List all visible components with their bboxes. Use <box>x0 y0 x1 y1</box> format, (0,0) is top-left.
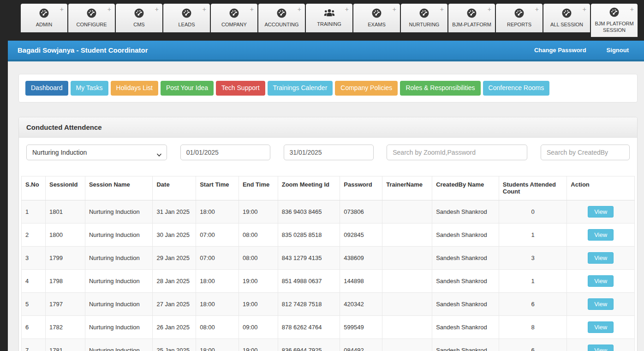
tachometer-icon <box>229 8 239 20</box>
nav-tab[interactable]: + <box>448 4 495 32</box>
view-button[interactable]: View <box>588 252 614 264</box>
nav-tab[interactable]: + <box>21 4 67 32</box>
nav-tab-label: ALL SESSION <box>549 22 585 28</box>
column-header: Zoom Meeting Id <box>278 176 340 200</box>
table-row: 6 1782 Nurturing Induction 26 Jan 2025 0… <box>22 315 635 339</box>
view-button[interactable]: View <box>588 206 614 218</box>
cell-date: 30 Jan 2025 <box>153 223 196 246</box>
quick-link-button[interactable]: Company Policies <box>335 81 398 96</box>
quick-link-button[interactable]: Post Your Idea <box>161 81 214 96</box>
view-button[interactable]: View <box>588 345 614 351</box>
date-to-input[interactable] <box>284 145 374 160</box>
cell-created-by: Sandesh Shankrod <box>432 315 499 339</box>
cell-sno: 2 <box>22 223 46 246</box>
column-header: TrainerName <box>382 176 432 200</box>
nav-tab[interactable]: + <box>211 4 257 32</box>
nav-tab-label: ADMIN <box>34 22 54 28</box>
plus-icon[interactable]: + <box>345 6 349 12</box>
cell-date: 25 Jan 2025 <box>153 339 196 351</box>
quick-link-button[interactable]: My Tasks <box>71 81 108 96</box>
nav-tab[interactable]: + <box>496 4 543 32</box>
nav-tab-label: CONFIGURE <box>75 22 109 28</box>
quick-link-button[interactable]: Roles & Responsibilities <box>400 81 480 96</box>
nav-tab[interactable]: + <box>591 4 638 37</box>
search-zoomid-input[interactable] <box>387 145 527 160</box>
cell-password: 084492 <box>340 339 382 351</box>
view-button[interactable]: View <box>588 298 614 310</box>
cell-end-time: 08:00 <box>239 223 278 246</box>
cell-created-by: Sandesh Shankrod <box>432 269 499 292</box>
column-header: CreatedBy Name <box>432 176 499 200</box>
cell-action: View <box>567 246 635 269</box>
cell-trainer <box>382 200 432 223</box>
nav-tab[interactable]: + <box>163 4 210 32</box>
cell-attended-count: 6 <box>499 292 567 315</box>
navbar-link[interactable]: Signout <box>607 47 629 54</box>
date-from-input[interactable] <box>180 145 270 160</box>
cell-zoom-id: 878 6262 4764 <box>278 315 340 339</box>
nav-tab-label: CMS <box>131 22 146 28</box>
plus-icon[interactable]: + <box>535 6 539 12</box>
plus-icon[interactable]: + <box>155 6 159 12</box>
cell-zoom-id: 835 0285 8518 <box>278 223 340 246</box>
plus-icon[interactable]: + <box>203 6 206 12</box>
nav-tab-label: COMPANY <box>220 22 249 28</box>
nav-tab[interactable]: + <box>543 4 590 32</box>
nav-tab-label: REPORTS <box>505 22 533 28</box>
cell-session-name: Nurturing Induction <box>85 246 153 269</box>
plus-icon[interactable]: + <box>298 6 301 12</box>
nav-tab[interactable]: + <box>68 4 115 32</box>
session-type-select[interactable]: Nurturing Induction <box>26 145 167 160</box>
cell-trainer <box>382 269 432 292</box>
view-button[interactable]: View <box>588 321 614 333</box>
cell-action: View <box>567 200 635 223</box>
cell-action: View <box>567 223 635 246</box>
nav-tab[interactable]: + <box>306 4 352 32</box>
search-createdby-input[interactable] <box>541 145 630 160</box>
users-icon <box>324 8 335 18</box>
quick-link-button[interactable]: Trainings Calender <box>268 81 333 96</box>
cell-session-id: 1782 <box>45 315 85 339</box>
view-button[interactable]: View <box>588 275 614 287</box>
cell-action: View <box>567 315 635 339</box>
plus-icon[interactable]: + <box>60 6 64 12</box>
cell-trainer <box>382 246 432 269</box>
quick-link-button[interactable]: Dashboard <box>25 81 68 96</box>
cell-password: 420342 <box>340 292 382 315</box>
table-row: 5 1797 Nurturing Induction 27 Jan 2025 1… <box>22 292 635 315</box>
cell-action: View <box>567 269 635 292</box>
cell-date: 29 Jan 2025 <box>153 246 196 269</box>
plus-icon[interactable]: + <box>440 6 444 12</box>
nav-tab-label: NURTURING <box>407 22 441 28</box>
nav-tab-label: BJM-PLATFORM <box>450 22 493 28</box>
cell-sno: 4 <box>22 269 46 292</box>
quick-link-button[interactable]: Holidays List <box>111 81 158 96</box>
cell-attended-count: 1 <box>499 223 567 246</box>
navbar-link[interactable]: Change Password <box>534 47 586 54</box>
plus-icon[interactable]: + <box>393 6 396 12</box>
cell-password: 599549 <box>340 315 382 339</box>
plus-icon[interactable]: + <box>583 6 586 12</box>
tachometer-icon <box>134 8 144 20</box>
cell-sno: 3 <box>22 246 46 269</box>
quick-link-button[interactable]: Tech Support <box>216 81 265 96</box>
nav-tab[interactable]: + <box>258 4 305 32</box>
cell-session-name: Nurturing Induction <box>85 223 153 246</box>
plus-icon[interactable]: + <box>630 6 634 12</box>
cell-end-time: 19:00 <box>239 200 278 223</box>
column-header: S.No <box>22 176 46 200</box>
nav-tab[interactable]: + <box>116 4 162 32</box>
table-row: 4 1798 Nurturing Induction 28 Jan 2025 1… <box>22 269 635 292</box>
cell-action: View <box>567 292 635 315</box>
table-row: 2 1800 Nurturing Induction 30 Jan 2025 0… <box>22 223 635 246</box>
plus-icon[interactable]: + <box>250 6 254 12</box>
cell-created-by: Sandesh Shankrod <box>432 223 499 246</box>
plus-icon[interactable]: + <box>107 6 111 12</box>
tachometer-icon <box>277 8 286 20</box>
nav-tab[interactable]: + <box>353 4 400 32</box>
plus-icon[interactable]: + <box>488 6 491 12</box>
cell-created-by: Sandesh Shankrod <box>432 292 499 315</box>
view-button[interactable]: View <box>588 229 614 241</box>
nav-tab[interactable]: + <box>401 4 447 32</box>
quick-link-button[interactable]: Conference Rooms <box>483 81 550 96</box>
